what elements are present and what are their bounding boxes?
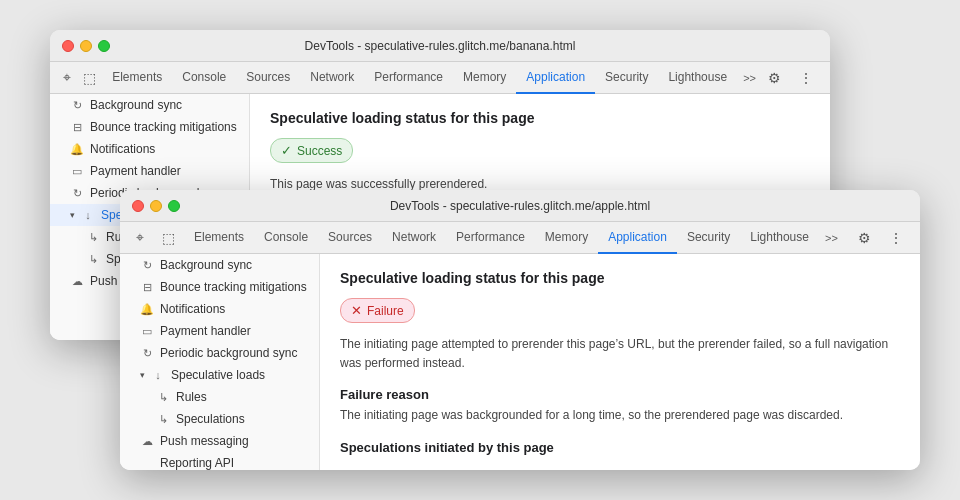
sidebar-bounce-tracking-1[interactable]: ⊟ Bounce tracking mitigations xyxy=(50,116,249,138)
tab-network-2[interactable]: Network xyxy=(382,222,446,254)
sidebar-reporting-2[interactable]: Reporting API xyxy=(120,452,319,470)
sidebar-label: Bounce tracking mitigations xyxy=(90,120,237,134)
tab-security-2[interactable]: Security xyxy=(677,222,740,254)
sidebar-notifications-1[interactable]: 🔔 Notifications xyxy=(50,138,249,160)
status-label: Success xyxy=(297,144,342,158)
section-title-1: Speculative loading status for this page xyxy=(270,110,810,126)
sidebar-payment-2[interactable]: ▭ Payment handler xyxy=(120,320,319,342)
close-button-2[interactable] xyxy=(132,200,144,212)
periodic-icon-2: ↻ xyxy=(140,347,154,360)
speculations-icon-1: ↳ xyxy=(86,253,100,266)
inspect-icon-2[interactable]: ⬚ xyxy=(156,226,180,250)
section-title-2: Speculative loading status for this page xyxy=(340,270,900,286)
failure-reason-title: Failure reason xyxy=(340,387,900,402)
payment-icon-1: ▭ xyxy=(70,165,84,178)
status-badge-failure: ✕ Failure xyxy=(340,298,415,323)
tab-network-1[interactable]: Network xyxy=(300,62,364,94)
tab-elements-2[interactable]: Elements xyxy=(184,222,254,254)
tab-elements-1[interactable]: Elements xyxy=(102,62,172,94)
sidebar-label: Background sync xyxy=(90,98,182,112)
rules-icon-1: ↳ xyxy=(86,231,100,244)
sidebar-bounce-tracking-2[interactable]: ⊟ Bounce tracking mitigations xyxy=(120,276,319,298)
devtools-tabs-1: ⌖ ⬚ Elements Console Sources Network Per… xyxy=(50,62,830,94)
sync-icon-1: ↻ xyxy=(70,99,84,112)
devtools-tabs-2: ⌖ ⬚ Elements Console Sources Network Per… xyxy=(120,222,920,254)
status-label: Failure xyxy=(367,304,404,318)
tab-sources-2[interactable]: Sources xyxy=(318,222,382,254)
sidebar-label: Bounce tracking mitigations xyxy=(160,280,307,294)
tab-memory-2[interactable]: Memory xyxy=(535,222,598,254)
sidebar-speculations-2[interactable]: ↳ Speculations xyxy=(120,408,319,430)
tab-performance-1[interactable]: Performance xyxy=(364,62,453,94)
periodic-icon-1: ↻ xyxy=(70,187,84,200)
more-tabs-1[interactable]: >> xyxy=(737,72,762,84)
cursor-icon-2[interactable]: ⌖ xyxy=(128,226,152,250)
tab-lighthouse-1[interactable]: Lighthouse xyxy=(658,62,737,94)
status-description-2: The initiating page attempted to prerend… xyxy=(340,335,900,373)
sidebar-background-sync-1[interactable]: ↻ Background sync xyxy=(50,94,249,116)
maximize-button-2[interactable] xyxy=(168,200,180,212)
tab-sources-1[interactable]: Sources xyxy=(236,62,300,94)
tab-security-1[interactable]: Security xyxy=(595,62,658,94)
sidebar-label: Speculative loads xyxy=(171,368,265,382)
sidebar-label: Payment handler xyxy=(160,324,251,338)
window-title-2: DevTools - speculative-rules.glitch.me/a… xyxy=(390,199,650,213)
tab-lighthouse-2[interactable]: Lighthouse xyxy=(740,222,819,254)
rules-icon-2: ↳ xyxy=(156,391,170,404)
maximize-button[interactable] xyxy=(98,40,110,52)
minimize-button[interactable] xyxy=(80,40,92,52)
sidebar-label: Notifications xyxy=(160,302,225,316)
sidebar-2: ↻ Background sync ⊟ Bounce tracking miti… xyxy=(120,254,320,470)
sidebar-push-2[interactable]: ☁ Push messaging xyxy=(120,430,319,452)
bounce-icon-1: ⊟ xyxy=(70,121,84,134)
sidebar-background-sync-2[interactable]: ↻ Background sync xyxy=(120,254,319,276)
speculative-icon-1: ↓ xyxy=(81,209,95,221)
traffic-lights-1 xyxy=(62,40,110,52)
minimize-button-2[interactable] xyxy=(150,200,162,212)
tab-performance-2[interactable]: Performance xyxy=(446,222,535,254)
tab-console-2[interactable]: Console xyxy=(254,222,318,254)
inspect-icon[interactable]: ⬚ xyxy=(80,66,98,90)
devtools-window-apple: DevTools - speculative-rules.glitch.me/a… xyxy=(120,190,920,470)
sidebar-notifications-2[interactable]: 🔔 Notifications xyxy=(120,298,319,320)
failure-icon: ✕ xyxy=(351,303,362,318)
sidebar-label: Rules xyxy=(176,390,207,404)
tab-memory-1[interactable]: Memory xyxy=(453,62,516,94)
push-icon-1: ☁ xyxy=(70,275,84,288)
sidebar-speculative-2[interactable]: ▾ ↓ Speculative loads xyxy=(120,364,319,386)
arrow-icon-2: ▾ xyxy=(140,370,145,380)
tab-console-1[interactable]: Console xyxy=(172,62,236,94)
more-menu-icon-2[interactable]: ⋮ xyxy=(884,226,908,250)
success-icon: ✓ xyxy=(281,143,292,158)
settings-icon-2[interactable]: ⚙ xyxy=(852,226,876,250)
settings-icon-1[interactable]: ⚙ xyxy=(762,66,786,90)
devtools-body-2: ↻ Background sync ⊟ Bounce tracking miti… xyxy=(120,254,920,470)
close-button[interactable] xyxy=(62,40,74,52)
tab-application-1[interactable]: Application xyxy=(516,62,595,94)
sidebar-label: Reporting API xyxy=(160,456,234,470)
sidebar-label: Notifications xyxy=(90,142,155,156)
sidebar-label: Speculations xyxy=(176,412,245,426)
sidebar-rules-2[interactable]: ↳ Rules xyxy=(120,386,319,408)
sidebar-label: Payment handler xyxy=(90,164,181,178)
sidebar-label: Background sync xyxy=(160,258,252,272)
speculations-section-title: Speculations initiated by this page xyxy=(340,440,900,455)
sidebar-payment-1[interactable]: ▭ Payment handler xyxy=(50,160,249,182)
cursor-icon[interactable]: ⌖ xyxy=(58,66,76,90)
sync-icon-2: ↻ xyxy=(140,259,154,272)
bounce-icon-2: ⊟ xyxy=(140,281,154,294)
titlebar-2: DevTools - speculative-rules.glitch.me/a… xyxy=(120,190,920,222)
notification-icon-2: 🔔 xyxy=(140,303,154,316)
tab-application-2[interactable]: Application xyxy=(598,222,677,254)
more-tabs-2[interactable]: >> xyxy=(819,232,844,244)
sidebar-periodic-sync-2[interactable]: ↻ Periodic background sync xyxy=(120,342,319,364)
notification-icon-1: 🔔 xyxy=(70,143,84,156)
arrow-icon-1: ▾ xyxy=(70,210,75,220)
sidebar-label: Push messaging xyxy=(160,434,249,448)
traffic-lights-2 xyxy=(132,200,180,212)
failure-reason-text: The initiating page was backgrounded for… xyxy=(340,406,900,425)
more-menu-icon-1[interactable]: ⋮ xyxy=(794,66,818,90)
speculations-icon-2: ↳ xyxy=(156,413,170,426)
titlebar-1: DevTools - speculative-rules.glitch.me/b… xyxy=(50,30,830,62)
main-content-2: Speculative loading status for this page… xyxy=(320,254,920,470)
